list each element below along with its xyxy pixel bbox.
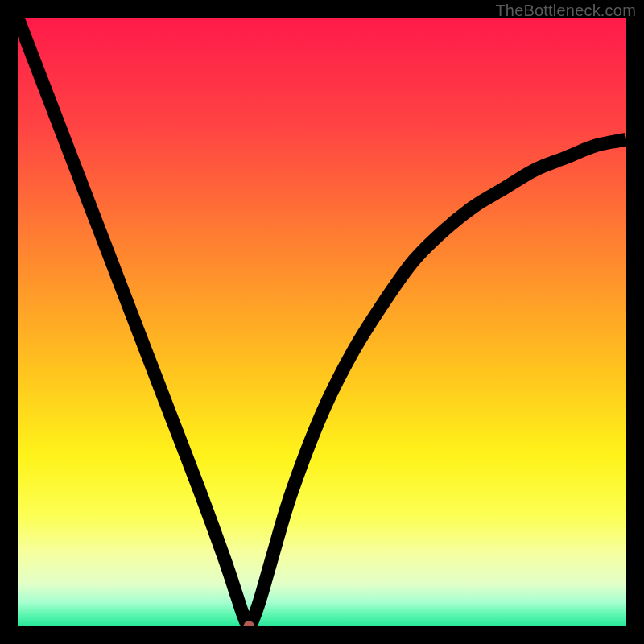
watermark-text: TheBottleneck.com	[495, 2, 636, 20]
plot-area	[18, 18, 626, 626]
bottleneck-curve	[18, 18, 626, 626]
chart-svg	[18, 18, 626, 626]
